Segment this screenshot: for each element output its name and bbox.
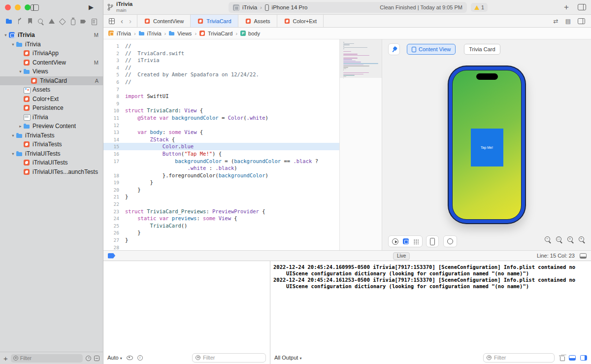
- code-line[interactable]: 23struct TriviaCard_Previews: PreviewPro…: [103, 208, 339, 215]
- code-line[interactable]: 9: [103, 100, 339, 107]
- sidebar-item-itriviauites-aunchtests[interactable]: iTriviaUITes...aunchTests: [0, 167, 103, 177]
- test-navigator-icon[interactable]: [58, 17, 66, 26]
- code-line[interactable]: 2// TrviaCard.swift: [103, 50, 339, 57]
- code-line[interactable]: .white : .black): [103, 165, 339, 172]
- breadcrumb-item-views[interactable]: Views: [169, 31, 192, 36]
- code-line[interactable]: 6//: [103, 78, 339, 86]
- code-line[interactable]: 3// iTrivia: [103, 57, 339, 64]
- sidebar-item-triviacard[interactable]: TriviaCardA: [0, 76, 103, 86]
- issue-navigator-icon[interactable]: [47, 17, 56, 26]
- warning-count-badge[interactable]: 1: [471, 3, 488, 12]
- code-line[interactable]: 4//: [103, 64, 339, 71]
- code-line[interactable]: 22: [103, 200, 339, 208]
- bookmark-navigator-icon[interactable]: [26, 17, 34, 26]
- quick-look-icon[interactable]: [127, 356, 133, 360]
- back-icon[interactable]: ‹: [121, 17, 123, 25]
- sidebar-item-persistence[interactable]: Persistence: [0, 103, 103, 113]
- breadcrumb-item-body[interactable]: Pbody: [240, 31, 260, 36]
- clear-console-icon[interactable]: [559, 355, 564, 361]
- navigator-filter-field[interactable]: [11, 354, 83, 363]
- breakpoint-navigator-icon[interactable]: [79, 17, 88, 26]
- breadcrumb-item-itrivia[interactable]: iTrivia: [108, 31, 131, 36]
- find-navigator-icon[interactable]: [36, 17, 45, 26]
- code-line[interactable]: 1//: [103, 42, 339, 50]
- chevron-down-icon[interactable]: ▾: [3, 33, 8, 37]
- variables-view-mode[interactable]: Auto ▾: [107, 355, 122, 361]
- zoom-window-button[interactable]: [25, 4, 31, 10]
- code-line[interactable]: 11 @State var backgroundColor = Color(.w…: [103, 114, 339, 122]
- minimap[interactable]: [339, 39, 382, 250]
- code-line[interactable]: 15 Color.blue: [103, 143, 339, 150]
- canvas-tab-content-view[interactable]: Content View: [407, 44, 456, 55]
- zoom-in-icon[interactable]: +: [579, 236, 585, 243]
- add-file-button[interactable]: +: [3, 355, 8, 362]
- sidebar-item-itriviatests[interactable]: iTriviaTests: [0, 140, 103, 149]
- canvas-tab-trivia-card[interactable]: Trivia Card: [464, 44, 500, 55]
- chevron-down-icon[interactable]: ▾: [18, 69, 23, 74]
- navigator-filter-input[interactable]: [20, 355, 80, 361]
- tab-contentview[interactable]: ContentView: [137, 15, 191, 27]
- project-navigator-icon[interactable]: [4, 17, 13, 26]
- sidebar-item-itriviauitests[interactable]: iTriviaUITests: [0, 158, 103, 167]
- code-line[interactable]: 13 var body: some View {: [103, 129, 339, 136]
- sidebar-item-itriviatests[interactable]: ▾iTriviaTests: [0, 131, 103, 140]
- source-control-navigator-icon[interactable]: [15, 17, 24, 26]
- code-review-icon[interactable]: ⇄: [554, 18, 558, 25]
- breadcrumb-item-triviacard[interactable]: TriviaCard: [199, 31, 232, 36]
- pin-preview-button[interactable]: [388, 43, 400, 55]
- tab-assets[interactable]: Assets: [238, 15, 277, 27]
- code-line[interactable]: 16 Button("Tap Me!") {: [103, 150, 339, 158]
- code-line[interactable]: 28: [103, 244, 339, 250]
- code-line[interactable]: 7: [103, 86, 339, 93]
- tab-triviacard[interactable]: TriviaCard: [191, 15, 238, 27]
- editor-layout-icon[interactable]: [109, 18, 115, 24]
- breakpoints-toggle-icon[interactable]: [108, 253, 115, 259]
- code-line[interactable]: 8import SwiftUI: [103, 93, 339, 100]
- code-line[interactable]: 27}: [103, 236, 339, 244]
- debug-navigator-icon[interactable]: [68, 17, 77, 26]
- variables-view[interactable]: [103, 261, 270, 351]
- sidebar-toggle-icon[interactable]: [31, 4, 39, 11]
- console-output-mode[interactable]: All Output ▾: [274, 355, 301, 361]
- sidebar-item-itriviauitests[interactable]: ▾iTriviaUITests: [0, 149, 103, 159]
- code-line[interactable]: 14 ZStack {: [103, 136, 339, 143]
- console-filter-field[interactable]: [483, 353, 555, 363]
- sidebar-item-assets[interactable]: Assets: [0, 85, 103, 95]
- chevron-down-icon[interactable]: ▾: [10, 42, 16, 47]
- info-icon[interactable]: [137, 355, 143, 361]
- device-preview[interactable]: Tap Me!: [449, 66, 525, 223]
- sidebar-item-itrivia[interactable]: ▾iTriviaM: [0, 31, 103, 40]
- inspector-toggle-icon[interactable]: [578, 4, 586, 10]
- sidebar-item-contentview[interactable]: ContentViewM: [0, 58, 103, 67]
- device-settings-icon[interactable]: [430, 238, 435, 245]
- sidebar-item-itrivia[interactable]: ▾iTrivia: [0, 40, 103, 49]
- minimize-window-button[interactable]: [15, 4, 21, 10]
- code-line[interactable]: 20 }: [103, 186, 339, 194]
- code-line[interactable]: 12: [103, 122, 339, 129]
- code-line[interactable]: 19 }: [103, 179, 339, 186]
- close-window-button[interactable]: [5, 4, 11, 10]
- scheme-app-label[interactable]: iTrivia: [242, 4, 257, 10]
- code-line[interactable]: 25 TriviaCard(): [103, 222, 339, 230]
- zoom-actual-size-icon[interactable]: =: [567, 236, 574, 243]
- sidebar-item-views[interactable]: ▾Views: [0, 67, 103, 76]
- breadcrumb-item-itrivia[interactable]: iTrivia: [139, 31, 162, 36]
- selectable-mode-icon[interactable]: [403, 238, 409, 244]
- variants-icon[interactable]: [413, 239, 419, 244]
- sidebar-item-preview-content[interactable]: ▸Preview Content: [0, 122, 103, 131]
- console-filter-input[interactable]: [494, 355, 551, 361]
- inspectors-icon[interactable]: [578, 18, 585, 24]
- source-control-status-icon[interactable]: [94, 356, 99, 361]
- variables-pane-toggle-icon[interactable]: [569, 355, 576, 361]
- code-line[interactable]: 26 }: [103, 229, 339, 236]
- editor-only-icon[interactable]: [580, 253, 587, 259]
- variables-filter-field[interactable]: [192, 353, 266, 363]
- run-button[interactable]: ▶: [89, 3, 94, 11]
- report-navigator-icon[interactable]: [90, 17, 98, 26]
- console-pane-toggle-icon[interactable]: [580, 355, 587, 361]
- scheme-device-label[interactable]: iPhone 14 Pro: [272, 4, 308, 10]
- preview-tap-button[interactable]: Tap Me!: [471, 129, 503, 166]
- chevron-down-icon[interactable]: ▾: [10, 133, 16, 138]
- scheme-selector[interactable]: iTrivia › iPhone 14 Pro Clean Finished |…: [229, 2, 467, 13]
- code-line[interactable]: 10struct TriviaCard: View {: [103, 107, 339, 114]
